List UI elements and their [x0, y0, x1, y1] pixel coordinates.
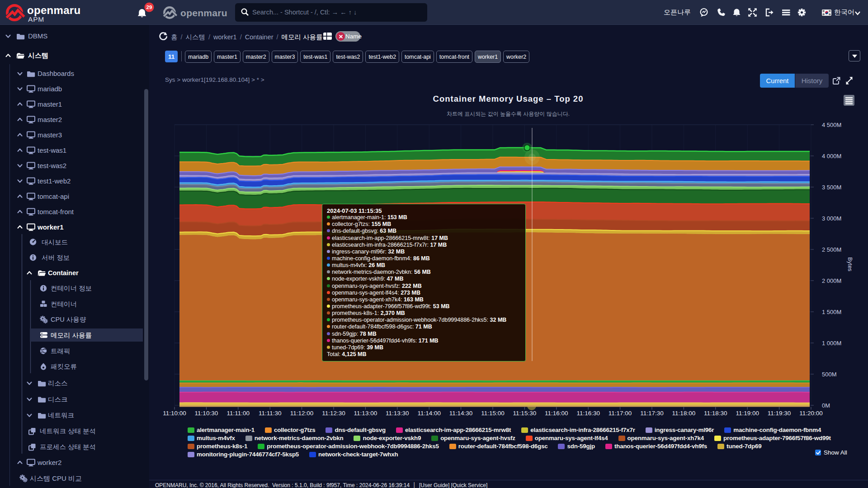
svg-text:worker2: worker2: [37, 459, 61, 466]
svg-text:컨테이너 정보: 컨테이너 정보: [51, 285, 92, 292]
svg-text:2 000M: 2 000M: [822, 277, 841, 284]
svg-text:11:10:30: 11:10:30: [195, 410, 218, 417]
svg-text:Container: Container: [48, 269, 79, 277]
svg-text:패킷오류: 패킷오류: [51, 363, 77, 370]
svg-text:시스템: 시스템: [28, 52, 48, 59]
svg-text:worker1: worker1: [37, 223, 64, 231]
svg-text:500M: 500M: [822, 371, 837, 378]
svg-text:서버 정보: 서버 정보: [42, 254, 70, 261]
svg-text:11:12:00: 11:12:00: [290, 410, 314, 417]
svg-text:master1: master1: [38, 100, 62, 108]
svg-text:11:11:00: 11:11:00: [227, 410, 250, 417]
svg-text:프로세스 상태 분석: 프로세스 상태 분석: [40, 443, 96, 450]
svg-text:11:17:00: 11:17:00: [609, 410, 632, 417]
svg-text:CPU 사용량: CPU 사용량: [51, 316, 86, 323]
svg-text:Dashboards: Dashboards: [38, 70, 74, 77]
svg-text:11:10:00: 11:10:00: [163, 410, 186, 417]
svg-text:11:18:30: 11:18:30: [704, 410, 727, 417]
svg-text:test1-web2: test1-web2: [38, 177, 71, 185]
svg-text:11:15:30: 11:15:30: [513, 410, 537, 417]
svg-text:11:14:30: 11:14:30: [449, 410, 473, 417]
svg-text:2 500M: 2 500M: [822, 246, 841, 253]
svg-text:리소스: 리소스: [48, 380, 68, 387]
svg-text:대시보드: 대시보드: [42, 239, 68, 246]
svg-text:tomcat-front: tomcat-front: [38, 208, 74, 216]
svg-text:11:19:30: 11:19:30: [768, 410, 791, 417]
svg-text:네트워크: 네트워크: [48, 412, 74, 419]
svg-text:test-was1: test-was1: [38, 146, 66, 154]
svg-text:test-was2: test-was2: [38, 162, 66, 169]
svg-text:디스크: 디스크: [48, 396, 68, 403]
svg-text:11:20:00: 11:20:00: [799, 410, 823, 417]
svg-text:3 500M: 3 500M: [822, 184, 841, 191]
svg-text:11:16:00: 11:16:00: [545, 410, 568, 417]
svg-text:트래픽: 트래픽: [51, 347, 71, 355]
svg-text:11:11:30: 11:11:30: [259, 410, 282, 417]
svg-text:0M: 0M: [822, 402, 830, 409]
svg-text:11:13:00: 11:13:00: [354, 410, 377, 417]
svg-text:4 500M: 4 500M: [822, 122, 841, 128]
svg-text:네트워크 상태 분석: 네트워크 상태 분석: [40, 427, 96, 435]
svg-text:11:12:30: 11:12:30: [322, 410, 345, 417]
svg-text:DBMS: DBMS: [28, 32, 47, 40]
svg-text:1 500M: 1 500M: [822, 309, 841, 315]
svg-text:11:19:00: 11:19:00: [736, 410, 759, 417]
svg-text:3 000M: 3 000M: [822, 215, 841, 222]
svg-text:11:15:00: 11:15:00: [481, 410, 505, 417]
svg-text:master3: master3: [38, 131, 62, 139]
svg-text:1 000M: 1 000M: [822, 340, 841, 347]
svg-text:시스템 CPU 비교: 시스템 CPU 비교: [30, 474, 82, 482]
svg-text:master2: master2: [38, 116, 62, 123]
svg-text:11:18:00: 11:18:00: [672, 410, 696, 417]
svg-text:tomcat-api: tomcat-api: [38, 192, 69, 200]
svg-text:컨테이너: 컨테이너: [51, 300, 77, 308]
svg-text:Bytes: Bytes: [847, 257, 853, 271]
svg-text:메모리 사용률: 메모리 사용률: [51, 332, 92, 339]
svg-text:11:17:30: 11:17:30: [640, 410, 664, 417]
svg-text:29: 29: [146, 5, 152, 10]
svg-text:4 000M: 4 000M: [822, 153, 841, 160]
svg-text:mariadb: mariadb: [38, 85, 62, 93]
svg-text:11:13:30: 11:13:30: [386, 410, 409, 417]
svg-text:11:14:00: 11:14:00: [417, 410, 441, 417]
svg-text:11:16:30: 11:16:30: [576, 410, 600, 417]
